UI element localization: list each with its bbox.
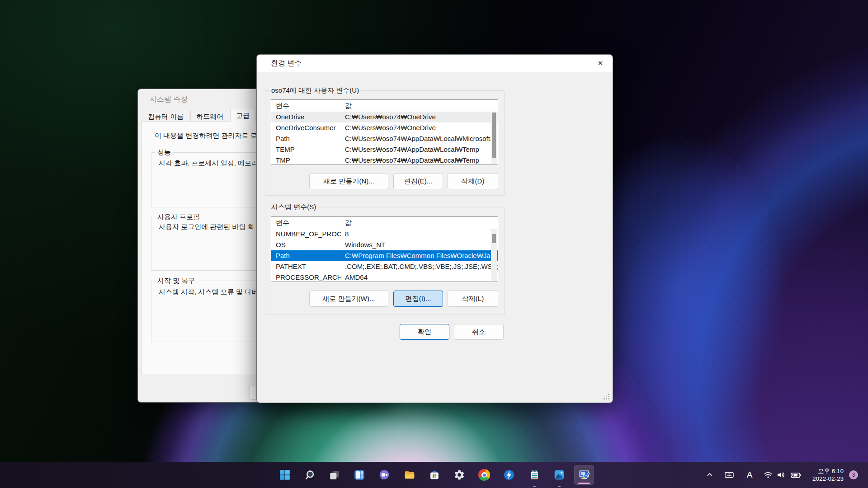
tray-chevron-up-icon[interactable] xyxy=(703,462,716,488)
widgets-button[interactable] xyxy=(349,465,369,485)
tab-computer-name[interactable]: 컴퓨터 이름 xyxy=(142,111,189,122)
store-icon xyxy=(429,469,440,481)
startup-recovery-desc: 시스템 시작, 시스템 오류 및 디버 xyxy=(159,288,258,296)
system-delete-button[interactable]: 삭제(L) xyxy=(448,291,498,307)
file-explorer-button[interactable] xyxy=(400,465,420,485)
taskbar-clock[interactable]: 오후 6:10 2022-02-23 xyxy=(805,462,844,488)
scrollbar-thumb[interactable] xyxy=(492,113,496,158)
file-explorer-icon xyxy=(404,469,415,481)
table-row[interactable]: OneDriveConsumer C:₩Users₩oso74₩OneDrive xyxy=(271,122,498,133)
performance-desc: 시각 효과, 프로세서 일정, 메모리 xyxy=(159,159,258,168)
var-value: C:₩Users₩oso74₩AppData₩Local₩Temp xyxy=(341,155,498,165)
table-row[interactable]: OS Windows_NT xyxy=(271,239,498,250)
lightning-icon xyxy=(503,469,515,481)
notepad-button[interactable] xyxy=(524,465,544,485)
table-header: 변수 값 xyxy=(271,217,498,229)
ok-button[interactable]: 확인 xyxy=(400,324,449,340)
system-variables-group: 시스템 변수(S) 변수 값 NUMBER_OF_PROC... 8 OS Wi… xyxy=(265,207,505,314)
search-button[interactable] xyxy=(300,465,320,485)
system-variables-label: 시스템 변수(S) xyxy=(269,203,318,211)
performance-group-label: 성능 xyxy=(155,148,173,157)
notepad-icon xyxy=(528,469,540,481)
system-properties-icon xyxy=(578,469,590,481)
table-row[interactable]: PROCESSOR_ARCH... AMD64 xyxy=(271,272,498,282)
cancel-button[interactable]: 취소 xyxy=(454,324,504,340)
photos-button[interactable] xyxy=(549,465,569,485)
var-name: OS xyxy=(271,239,341,250)
column-variable[interactable]: 변수 xyxy=(271,100,341,112)
running-indicator xyxy=(533,486,536,487)
var-value: .COM;.EXE;.BAT;.CMD;.VBS;.VBE;.JS;.JSE;.… xyxy=(341,261,498,272)
scrollbar-thumb[interactable] xyxy=(492,234,496,243)
var-name: Path xyxy=(271,133,341,144)
var-name: NUMBER_OF_PROC... xyxy=(271,229,341,239)
photos-icon xyxy=(553,469,565,481)
var-name: TMP xyxy=(271,155,341,165)
user-profiles-desc: 사용자 로그인에 관련된 바탕 화 xyxy=(159,223,255,231)
bandizip-button[interactable] xyxy=(499,465,519,485)
clock-date: 2022-02-23 xyxy=(805,475,844,483)
system-variables-table[interactable]: 변수 값 NUMBER_OF_PROC... 8 OS Windows_NT P… xyxy=(271,216,498,282)
table-row[interactable]: Path C:₩Users₩oso74₩AppData₩Local₩Micros… xyxy=(271,133,498,144)
tab-hardware[interactable]: 하드웨어 xyxy=(190,111,229,122)
table-row[interactable]: NUMBER_OF_PROC... 8 xyxy=(271,229,498,239)
table-row-selected[interactable]: Path C:₩Program Files₩Common Files₩Oracl… xyxy=(271,250,498,261)
ime-mode-indicator[interactable]: A xyxy=(743,462,756,488)
table-row[interactable]: TMP C:₩Users₩oso74₩AppData₩Local₩Temp xyxy=(271,155,498,165)
system-new-button[interactable]: 새로 만들기(W)... xyxy=(309,291,388,307)
resize-grip-icon[interactable] xyxy=(604,394,610,400)
user-variables-table[interactable]: 변수 값 OneDrive C:₩Users₩oso74₩OneDrive On… xyxy=(271,99,498,165)
task-view-icon xyxy=(329,469,340,481)
var-value: AMD64 xyxy=(341,272,498,282)
tab-advanced[interactable]: 고급 xyxy=(230,109,255,122)
user-new-button[interactable]: 새로 만들기(N)... xyxy=(309,173,388,189)
system-properties-taskbar-button[interactable] xyxy=(574,465,594,485)
start-button[interactable] xyxy=(275,465,295,485)
user-variables-label: oso74에 대한 사용자 변수(U) xyxy=(269,86,361,95)
tray-keyboard-icon[interactable] xyxy=(722,462,736,488)
clock-time: 오후 6:10 xyxy=(805,467,844,475)
tray-wifi-icon[interactable] xyxy=(762,462,774,488)
settings-button[interactable] xyxy=(449,465,469,485)
environment-variables-titlebar[interactable]: 환경 변수 ✕ xyxy=(257,55,613,72)
table-row[interactable]: PATHEXT .COM;.EXE;.BAT;.CMD;.VBS;.VBE;.J… xyxy=(271,261,498,272)
screen: 시스템 속성 컴퓨터 이름 하드웨어 고급 시스 이 내용을 변경하려면 관리자… xyxy=(0,0,868,488)
user-edit-button[interactable]: 편집(E)... xyxy=(393,173,443,189)
column-variable[interactable]: 변수 xyxy=(271,217,341,229)
table-header: 변수 값 xyxy=(271,100,498,112)
notification-badge[interactable]: 3 xyxy=(849,470,858,479)
running-indicator xyxy=(558,486,561,487)
var-value: Windows_NT xyxy=(341,239,498,250)
window-title: 환경 변수 xyxy=(271,55,302,72)
column-value[interactable]: 값 xyxy=(341,100,498,112)
user-delete-button[interactable]: 삭제(D) xyxy=(448,173,498,189)
var-value: C:₩Users₩oso74₩AppData₩Local₩Microsoft..… xyxy=(341,133,498,144)
var-value: C:₩Program Files₩Common Files₩Oracle₩Ja.… xyxy=(341,250,498,261)
table-row[interactable]: OneDrive C:₩Users₩oso74₩OneDrive xyxy=(271,112,498,122)
var-name: PROCESSOR_ARCH... xyxy=(271,272,341,282)
column-value[interactable]: 값 xyxy=(341,217,498,229)
var-name: OneDriveConsumer xyxy=(271,122,341,133)
scrollbar[interactable] xyxy=(491,112,497,164)
chrome-icon xyxy=(478,469,490,481)
window-title: 시스템 속성 xyxy=(150,89,188,110)
widgets-icon xyxy=(354,469,365,481)
chrome-button[interactable] xyxy=(474,465,494,485)
close-icon[interactable]: ✕ xyxy=(593,56,608,70)
startup-recovery-group-label: 시작 및 복구 xyxy=(155,277,197,285)
user-profiles-group-label: 사용자 프로필 xyxy=(155,213,202,221)
var-name: PATHEXT xyxy=(271,261,341,272)
scrollbar[interactable] xyxy=(491,229,497,281)
environment-variables-window: 환경 변수 ✕ oso74에 대한 사용자 변수(U) 변수 값 OneDriv… xyxy=(256,54,613,403)
table-row[interactable]: TEMP C:₩Users₩oso74₩AppData₩Local₩Temp xyxy=(271,144,498,155)
var-value: C:₩Users₩oso74₩OneDrive xyxy=(341,122,498,133)
task-view-button[interactable] xyxy=(325,465,344,485)
system-edit-button[interactable]: 편집(I)... xyxy=(393,291,443,307)
chat-button[interactable] xyxy=(374,465,394,485)
tray-volume-icon[interactable] xyxy=(775,462,787,488)
store-button[interactable] xyxy=(425,465,444,485)
taskbar: A 오후 6:10 2 xyxy=(0,462,868,488)
gear-icon xyxy=(453,469,465,481)
tray-battery-charging-icon[interactable] xyxy=(788,462,803,488)
var-name: TEMP xyxy=(271,144,341,155)
